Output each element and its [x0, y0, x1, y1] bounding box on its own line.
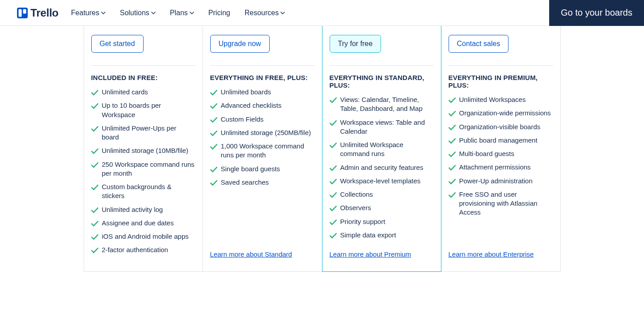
pricing-grid: Get startedINCLUDED IN FREE:Unlimited ca… [0, 26, 644, 272]
features-heading: EVERYTHING IN FREE, PLUS: [210, 74, 315, 81]
feature-item: Priority support [330, 217, 434, 226]
svg-rect-2 [23, 9, 26, 13]
check-icon [91, 161, 98, 169]
nav-item-label: Resources [245, 9, 279, 17]
learn-more-link-premium[interactable]: Learn more about Premium [330, 240, 411, 258]
check-icon [91, 220, 98, 227]
feature-item: Public board management [449, 136, 553, 145]
feature-item: Admin and security features [330, 163, 434, 172]
nav-item-resources[interactable]: Resources [245, 9, 285, 17]
feature-text: Multi-board guests [459, 149, 514, 158]
feature-item: 2-factor authentication [91, 245, 195, 254]
feature-text: 1,000 Workspace command runs per month [221, 142, 315, 160]
nav-item-label: Plans [170, 9, 188, 17]
feature-list: Unlimited WorkspacesOrganization-wide pe… [449, 95, 553, 217]
feature-item: Unlimited cards [91, 88, 195, 97]
feature-text: Unlimited storage (10MB/file) [102, 146, 188, 155]
feature-text: Custom backgrounds & stickers [102, 182, 195, 201]
premium-cta-button[interactable]: Try for free [330, 35, 381, 53]
feature-item: Unlimited Workspaces [449, 95, 553, 104]
check-icon [210, 102, 217, 110]
feature-text: Unlimited Workspaces [459, 95, 526, 104]
feature-item: Workspace views: Table and Calendar [330, 118, 434, 136]
feature-item: Unlimited storage (10MB/file) [91, 146, 195, 155]
check-icon [449, 178, 456, 185]
svg-rect-1 [19, 9, 22, 17]
divider [91, 65, 195, 66]
brand-logo[interactable]: Trello [17, 7, 59, 19]
nav-item-plans[interactable]: Plans [170, 9, 194, 17]
feature-item: Multi-board guests [449, 149, 553, 158]
free-cta-button[interactable]: Get started [91, 35, 144, 53]
nav-item-label: Pricing [208, 9, 230, 17]
feature-text: iOS and Android mobile apps [102, 232, 189, 241]
feature-text: Workspace views: Table and Calendar [340, 118, 434, 136]
feature-text: Views: Calendar, Timeline, Table, Dashbo… [340, 95, 434, 114]
chevron-down-icon [280, 11, 285, 15]
divider [449, 65, 553, 66]
check-icon [330, 219, 337, 226]
feature-item: 1,000 Workspace command runs per month [210, 142, 315, 160]
feature-item: Free SSO and user provisioning with Atla… [449, 190, 553, 217]
check-icon [449, 164, 456, 171]
feature-text: Advanced checklists [221, 101, 282, 110]
features-heading: EVERYTHING IN STANDARD, PLUS: [330, 74, 434, 89]
feature-item: 250 Workspace command runs per month [91, 160, 195, 178]
feature-text: 2-factor authentication [102, 245, 168, 254]
feature-text: Simple data export [340, 231, 396, 240]
check-icon [330, 178, 337, 185]
check-icon [210, 166, 217, 173]
check-icon [449, 124, 456, 131]
check-icon [91, 247, 98, 254]
enterprise-cta-button[interactable]: Contact sales [449, 35, 509, 53]
nav-item-pricing[interactable]: Pricing [208, 9, 230, 17]
learn-more-link-standard[interactable]: Learn more about Standard [210, 240, 292, 258]
feature-text: Priority support [340, 217, 386, 226]
check-icon [91, 125, 98, 132]
check-icon [91, 207, 98, 214]
check-icon [91, 148, 98, 155]
feature-item: Simple data export [330, 231, 434, 240]
learn-more-link-enterprise[interactable]: Learn more about Enterprise [449, 240, 534, 258]
feature-item: Attachment permissions [449, 163, 553, 172]
feature-text: Collections [340, 190, 373, 199]
feature-text: Up to 10 boards per Workspace [102, 101, 195, 119]
check-icon [91, 184, 98, 191]
feature-item: Up to 10 boards per Workspace [91, 101, 195, 119]
feature-text: Organization-visible boards [459, 122, 541, 131]
features-heading: EVERYTHING IN PREMIUM, PLUS: [449, 74, 553, 89]
check-icon [91, 102, 98, 110]
trello-logo-icon [17, 8, 28, 18]
check-icon [449, 110, 456, 117]
nav-item-solutions[interactable]: Solutions [120, 9, 156, 17]
nav-items: FeaturesSolutionsPlansPricingResources [71, 9, 285, 17]
plan-column-premium: Try for freeEVERYTHING IN STANDARD, PLUS… [322, 26, 441, 272]
check-icon [330, 97, 337, 104]
feature-item: Power-Up administration [449, 177, 553, 186]
chevron-down-icon [151, 11, 156, 15]
divider [210, 65, 315, 66]
feature-list: Unlimited cardsUp to 10 boards per Works… [91, 88, 195, 255]
feature-list: Views: Calendar, Timeline, Table, Dashbo… [330, 95, 434, 240]
go-to-boards-button[interactable]: Go to your boards [549, 0, 644, 26]
check-icon [210, 143, 217, 150]
feature-text: Saved searches [221, 178, 269, 187]
feature-item: Single board guests [210, 165, 315, 173]
standard-cta-button[interactable]: Upgrade now [210, 35, 270, 53]
feature-list: Unlimited boardsAdvanced checklistsCusto… [210, 88, 315, 187]
top-nav: Trello FeaturesSolutionsPlansPricingReso… [0, 0, 644, 26]
check-icon [91, 233, 98, 241]
feature-item: Saved searches [210, 178, 315, 187]
check-icon [210, 179, 217, 186]
feature-text: Power-Up administration [459, 177, 533, 186]
feature-text: Admin and security features [340, 163, 424, 172]
feature-text: Unlimited Power-Ups per board [102, 124, 195, 142]
feature-text: 250 Workspace command runs per month [102, 160, 195, 178]
feature-text: Assignee and due dates [102, 219, 174, 228]
feature-text: Unlimited activity log [102, 205, 163, 214]
check-icon [330, 119, 337, 127]
nav-item-features[interactable]: Features [71, 9, 106, 17]
feature-text: Organization-wide permissions [459, 109, 551, 118]
feature-item: Workspace-level templates [330, 177, 434, 186]
feature-item: Unlimited Workspace command runs [330, 140, 434, 159]
